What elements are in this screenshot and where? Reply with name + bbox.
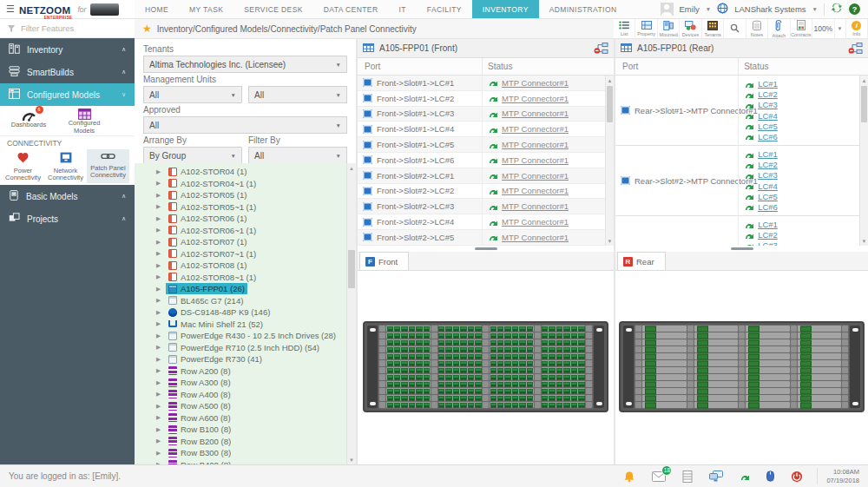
table-row-group[interactable]: Rear->Slot#3->MTP Connector#1LC#1LC#2LC#…: [615, 216, 868, 246]
connector-link[interactable]: LC#3: [758, 170, 778, 180]
connector-link[interactable]: LC#4: [758, 181, 778, 191]
table-row[interactable]: Front->Slot#1->LC#2MTP Connector#1: [358, 91, 614, 107]
connector-link[interactable]: LC#3: [758, 100, 778, 109]
tree-expand-icon[interactable]: ▶: [156, 273, 162, 280]
tree-item-bl465c-g7-214[interactable]: ▶BL465c G7 (214): [135, 295, 356, 307]
tree-item-poweredge-r430-10-2-5-inch-drives-28[interactable]: ▶PowerEdge R430 - 10 2.5 Inch Drives (28…: [135, 330, 356, 342]
tree-expand-icon[interactable]: ▶: [156, 332, 162, 339]
zoom-dropdown-chevron-icon[interactable]: ▼: [835, 19, 846, 38]
sidebar-item-smartbuilds[interactable]: SmartBuilds∧: [0, 61, 135, 83]
front-table-scrollbar[interactable]: ▲▼: [605, 76, 614, 246]
ribbon-item-configured-models[interactable]: Configured Models: [57, 109, 111, 134]
tree-expand-icon[interactable]: ▶: [156, 379, 162, 386]
scrollbar-thumb[interactable]: [607, 86, 613, 122]
toolbar-search-button[interactable]: [724, 19, 746, 38]
nav-tab-home[interactable]: HOME: [135, 0, 179, 18]
table-row[interactable]: Front->Slot#2->LC#5MTP Connector#1: [358, 230, 614, 246]
connector-link[interactable]: MTP Connector#1: [502, 94, 569, 103]
tree-item-row-a400-8[interactable]: ▶Row A400 (8): [135, 389, 356, 401]
tree-scrollbar[interactable]: ▲ ▼: [346, 163, 356, 464]
toolbar-zoom-level[interactable]: 100%: [812, 19, 834, 38]
nav-tab-facility[interactable]: FACILITY: [417, 0, 472, 18]
nav-tab-my-task[interactable]: MY TASK: [179, 0, 233, 18]
tree-item-row-b300-8[interactable]: ▶Row B300 (8): [135, 447, 356, 459]
tree-item-a102-stor05-1[interactable]: ▶A102-STOR05 (1): [135, 189, 356, 201]
connector-link[interactable]: LC#2: [758, 160, 778, 169]
tree-expand-icon[interactable]: ▶: [156, 438, 162, 444]
tree-item-a102-stor06-1[interactable]: ▶A102-STOR06 (1): [135, 213, 356, 225]
tree-expand-icon[interactable]: ▶: [156, 297, 162, 304]
power-icon[interactable]: [791, 471, 803, 483]
org-name[interactable]: LANShark Systems: [734, 4, 806, 14]
tree-item-mac-mini-shelf-21-52[interactable]: ▶Mac Mini Shelf 21 (52): [135, 319, 356, 331]
connector-link[interactable]: LC#2: [758, 230, 778, 240]
connector-link[interactable]: MTP Connector#1: [502, 155, 569, 165]
tree-expand-icon[interactable]: ▶: [156, 391, 162, 398]
mail-icon[interactable]: 18: [652, 471, 666, 482]
status-column-header[interactable]: Status: [482, 58, 614, 75]
nav-tab-inventory[interactable]: INVENTORY: [472, 0, 539, 18]
tree-item-row-b100-8[interactable]: ▶Row B100 (8): [135, 424, 356, 436]
mouse-icon[interactable]: [766, 471, 774, 482]
connector-link[interactable]: MTP Connector#1: [502, 78, 569, 88]
front-horizontal-splitter[interactable]: [358, 246, 614, 252]
tree-expand-icon[interactable]: ▶: [156, 426, 162, 433]
table-row[interactable]: Front->Slot#1->LC#6MTP Connector#1: [358, 153, 614, 168]
tree-expand-icon[interactable]: ▶: [156, 367, 162, 374]
tree-item-row-a600-8[interactable]: ▶Row A600 (8): [135, 412, 356, 424]
rear-table-scrollbar[interactable]: ▲▼: [859, 76, 868, 246]
tree-expand-icon[interactable]: ▶: [156, 344, 162, 351]
user-avatar[interactable]: [661, 3, 674, 16]
remote-desktop-icon[interactable]: [709, 471, 723, 482]
tree-expand-icon[interactable]: ▶: [156, 320, 162, 327]
tree-item-a102-stor07-1[interactable]: ▶A102-STOR07 (1): [135, 236, 356, 248]
connector-link[interactable]: LC#1: [758, 79, 778, 89]
management-unit-2-select[interactable]: All ▼: [248, 86, 347, 103]
table-row-group[interactable]: Rear->Slot#2->MTP Connector#1LC#1LC#2LC#…: [615, 146, 868, 216]
tenants-select[interactable]: Altima Technologies Inc. (Licensee) ▼: [143, 56, 347, 73]
tree-expand-icon[interactable]: ▶: [156, 203, 162, 210]
sidebar-item-projects[interactable]: Projects∧: [0, 207, 135, 230]
nav-tab-data-center[interactable]: DATA CENTER: [313, 0, 389, 18]
status-column-header[interactable]: Status: [738, 58, 868, 75]
toolbar-attach-button[interactable]: Attach: [768, 19, 790, 38]
menu-hamburger-icon[interactable]: ☰: [6, 4, 15, 14]
table-row[interactable]: Front->Slot#1->LC#4MTP Connector#1: [358, 122, 614, 137]
toolbar-devices-button[interactable]: Devices: [680, 19, 701, 38]
connector-link[interactable]: MTP Connector#1: [502, 233, 569, 242]
tree-item-a102-stor05-1-1[interactable]: ▶A102-STOR05~1 (1): [135, 201, 356, 214]
user-name[interactable]: Emily: [680, 4, 700, 14]
table-row[interactable]: Front->Slot#2->LC#4MTP Connector#1: [358, 214, 614, 230]
nav-tab-service-desk[interactable]: SERVICE DESK: [233, 0, 312, 18]
table-row[interactable]: Front->Slot#2->LC#3MTP Connector#1: [358, 199, 614, 214]
connector-link[interactable]: MTP Connector#1: [502, 217, 569, 227]
approved-select[interactable]: All ▼: [143, 116, 347, 134]
toolbar-list-button[interactable]: List: [614, 19, 635, 38]
nav-tab-it[interactable]: IT: [388, 0, 416, 18]
table-row[interactable]: Front->Slot#2->LC#1MTP Connector#1: [358, 168, 614, 184]
tab-front[interactable]: F Front: [359, 252, 409, 270]
tree-expand-icon[interactable]: ▶: [156, 168, 162, 175]
tree-item-row-a500-8[interactable]: ▶Row A500 (8): [135, 400, 356, 412]
tree-scrollbar-thumb[interactable]: [348, 250, 355, 288]
sidebar-item-configured-models[interactable]: Configured Models∨: [0, 83, 135, 106]
scroll-down-icon[interactable]: ▼: [606, 236, 614, 246]
management-unit-1-select[interactable]: All ▼: [143, 86, 242, 103]
connector-link[interactable]: LC#2: [758, 89, 778, 99]
toolbar-tenants-button[interactable]: Tenants: [702, 19, 724, 38]
tree-item-a102-stor04-1[interactable]: ▶A102-STOR04 (1): [135, 166, 356, 178]
scrollbar-thumb[interactable]: [861, 86, 867, 122]
arrange-by-select[interactable]: By Group ▼: [143, 147, 242, 164]
filter-features-input[interactable]: [21, 23, 116, 33]
toolbar-property-button[interactable]: Property: [635, 19, 657, 38]
table-row[interactable]: Front->Slot#1->LC#1MTP Connector#1: [358, 76, 614, 91]
tree-item-a105-fpp01-26[interactable]: ▶A105-FPP01 (26): [135, 283, 356, 295]
connector-link[interactable]: MTP Connector#1: [502, 201, 569, 211]
rear-horizontal-splitter[interactable]: [615, 246, 868, 252]
tree-item-a102-stor07-1-1[interactable]: ▶A102-STOR07~1 (1): [135, 248, 356, 260]
connector-link[interactable]: LC#4: [758, 111, 778, 121]
sidebar-item-inventory[interactable]: Inventory∧: [0, 38, 135, 61]
tree-item-poweredge-r710-2-5-inch-hdd-54[interactable]: ▶PowerEdge R710 (2.5 Inch HDD) (54): [135, 342, 356, 354]
connectivity-item-power-connectivity[interactable]: Power Connectivity: [2, 149, 44, 183]
tab-rear[interactable]: R Rear: [617, 252, 666, 270]
